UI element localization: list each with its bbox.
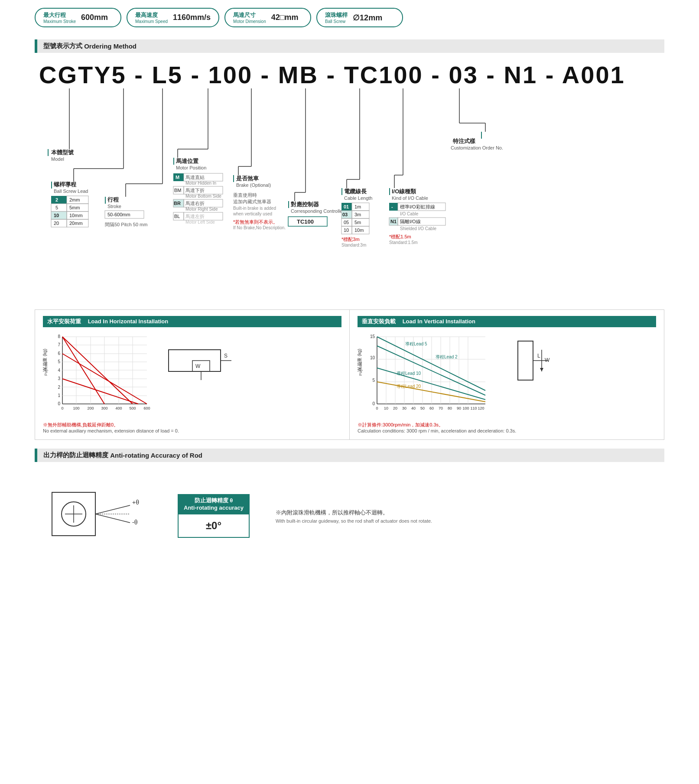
svg-text:10: 10	[54, 213, 59, 218]
svg-text:0: 0	[376, 406, 378, 410]
anti-note-zh: ※內附滾珠滑軌機構，所以推桿軸心不迴轉。	[276, 509, 432, 517]
svg-rect-15	[51, 204, 67, 211]
svg-text:行程: 行程	[107, 196, 119, 203]
spec-en-0: Maximum Stroke	[43, 19, 76, 24]
vertical-title-en: Load In Vertical Installation	[403, 318, 475, 325]
svg-rect-39	[173, 158, 174, 165]
svg-rect-85	[341, 188, 342, 195]
spec-val-3: ∅12mm	[353, 13, 382, 23]
svg-text:80: 80	[448, 406, 452, 410]
svg-text:5: 5	[55, 205, 58, 210]
svg-line-207	[377, 346, 485, 395]
svg-text:2: 2	[55, 197, 58, 202]
svg-line-209	[377, 368, 485, 400]
svg-text:If No Brake,No Description.: If No Brake,No Description.	[233, 225, 286, 230]
ordering-diagram-svg: 本體型號 Model 螺桿導程 Ball Screw Lead 2 2mm 5 …	[39, 88, 516, 305]
svg-text:05: 05	[344, 220, 349, 225]
spec-max-speed: 最高速度 Maximum Speed 1160mm/s	[127, 8, 219, 27]
svg-text:8: 8	[58, 334, 60, 339]
svg-text:100: 100	[73, 406, 79, 410]
specs-bar: 最大行程 Maximum Stroke 600mm 最高速度 Maximum S…	[0, 0, 699, 35]
svg-text:*標配3m: *標配3m	[341, 237, 360, 242]
svg-text:15: 15	[370, 334, 375, 339]
svg-text:60: 60	[429, 406, 434, 410]
svg-text:M: M	[176, 175, 179, 180]
svg-text:Payload: Payload	[358, 361, 363, 376]
svg-text:Payload: Payload	[44, 361, 48, 376]
svg-text:Standard:1.5m: Standard:1.5m	[389, 240, 418, 245]
svg-text:03: 03	[342, 212, 348, 217]
svg-text:0: 0	[372, 401, 375, 406]
svg-text:Model: Model	[51, 156, 64, 162]
svg-text:5mm: 5mm	[69, 205, 80, 210]
svg-text:I/O Cable: I/O Cable	[400, 211, 419, 216]
svg-text:2mm: 2mm	[69, 197, 80, 202]
svg-text:90: 90	[457, 406, 461, 410]
anti-note-en: With built-in circular guideway, so the …	[276, 518, 432, 524]
anti-rotating-header: 出力桿的防止迴轉精度 Anti-rotating Accuracy of Rod	[35, 449, 664, 462]
svg-text:Motor Left Side: Motor Left Side	[185, 220, 215, 224]
vertical-svg: 0 5 10 15 0 10 20 30 40 50 60 70	[358, 332, 492, 419]
svg-text:-: -	[391, 204, 393, 209]
svg-text:400: 400	[115, 406, 122, 410]
anti-title-zh: 出力桿的防止迴轉精度	[43, 451, 108, 459]
svg-text:導程Lead 5: 導程Lead 5	[405, 342, 427, 346]
svg-text:Kind of I/O Cable: Kind of I/O Cable	[392, 195, 428, 201]
spec-zh-1: 最高速度	[135, 12, 158, 18]
svg-text:20: 20	[393, 406, 397, 410]
svg-text:標準I/O彩虹排線: 標準I/O彩虹排線	[400, 204, 435, 209]
svg-text:Brake (Optional): Brake (Optional)	[236, 182, 271, 188]
svg-text:Motor Right Side: Motor Right Side	[185, 207, 218, 211]
svg-text:BM: BM	[174, 188, 182, 193]
svg-text:馬達直結: 馬達直結	[185, 175, 205, 180]
svg-text:40: 40	[411, 406, 416, 410]
svg-rect-30	[105, 197, 106, 204]
svg-text:-θ: -θ	[132, 519, 138, 526]
svg-text:馬達左折: 馬達左折	[185, 214, 205, 219]
svg-text:01: 01	[344, 204, 349, 209]
svg-text:110: 110	[470, 406, 477, 410]
svg-text:BL: BL	[174, 214, 180, 219]
svg-text:600: 600	[143, 406, 150, 410]
svg-text:300: 300	[101, 406, 107, 410]
spec-zh-3: 滾珠螺桿	[325, 12, 348, 18]
svg-text:間隔50 Pitch 50 mm: 間隔50 Pitch 50 mm	[105, 222, 147, 227]
svg-text:*標配1.5m: *標配1.5m	[389, 234, 411, 239]
svg-text:本體型號: 本體型號	[51, 149, 74, 156]
anti-content: +θ -θ 防止迴轉精度 θ Anti-rotating accuracy ±0…	[35, 471, 664, 562]
svg-text:S: S	[224, 353, 228, 359]
svg-rect-11	[51, 196, 67, 204]
horizontal-title-zh: 水平安裝荷重	[47, 318, 81, 325]
svg-rect-215	[518, 341, 533, 380]
svg-text:7: 7	[58, 342, 60, 347]
svg-text:Stroke: Stroke	[107, 204, 121, 209]
svg-text:0: 0	[58, 401, 60, 406]
svg-text:50: 50	[420, 406, 425, 410]
spec-val-2: 42□mm	[271, 13, 299, 22]
spec-zh-0: 最大行程	[43, 12, 66, 18]
anti-label-box: 防止迴轉精度 θ Anti-rotating accuracy	[178, 494, 250, 514]
svg-text:4: 4	[58, 368, 60, 373]
svg-text:2: 2	[58, 385, 60, 390]
spec-zh-2: 馬達尺寸	[233, 12, 256, 18]
anti-accuracy-container: 防止迴轉精度 θ Anti-rotating accuracy ±0°	[178, 494, 250, 538]
anti-rotating-section: 出力桿的防止迴轉精度 Anti-rotating Accuracy of Rod…	[0, 444, 699, 575]
svg-text:馬達下折: 馬達下折	[185, 188, 205, 193]
svg-text:*若無煞車則不表示。: *若無煞車則不表示。	[233, 219, 278, 224]
ordering-header: 型號表示方式 Ordering Method	[35, 39, 664, 53]
anti-note: ※內附滾珠滑軌機構，所以推桿軸心不迴轉。 With built-in circu…	[276, 509, 432, 524]
ordering-title-en: Ordering Method	[84, 42, 137, 50]
svg-text:200: 200	[87, 406, 94, 410]
horizontal-chart-title: 水平安裝荷重 Load In Horizontal Installation	[43, 316, 341, 327]
svg-text:W: W	[545, 357, 550, 363]
svg-text:30: 30	[402, 406, 406, 410]
svg-text:10: 10	[344, 228, 349, 233]
svg-rect-77	[288, 201, 289, 208]
svg-text:+θ: +θ	[132, 499, 139, 506]
vertical-note-zh: ※計算條件:3000rpm/min，加減速0.3s。	[358, 422, 656, 428]
anti-title-en: Anti-rotating Accuracy of Rod	[110, 452, 202, 459]
svg-text:隔離I/O線: 隔離I/O線	[400, 219, 421, 224]
spec-motor-dim: 馬達尺寸 Motor Dimension 42□mm	[224, 8, 311, 27]
horizontal-note-zh: ※無外部輔助機構,負載延伸距離0。	[43, 422, 341, 428]
vertical-chart-title: 垂直安裝負載 Load In Vertical Installation	[358, 316, 656, 327]
